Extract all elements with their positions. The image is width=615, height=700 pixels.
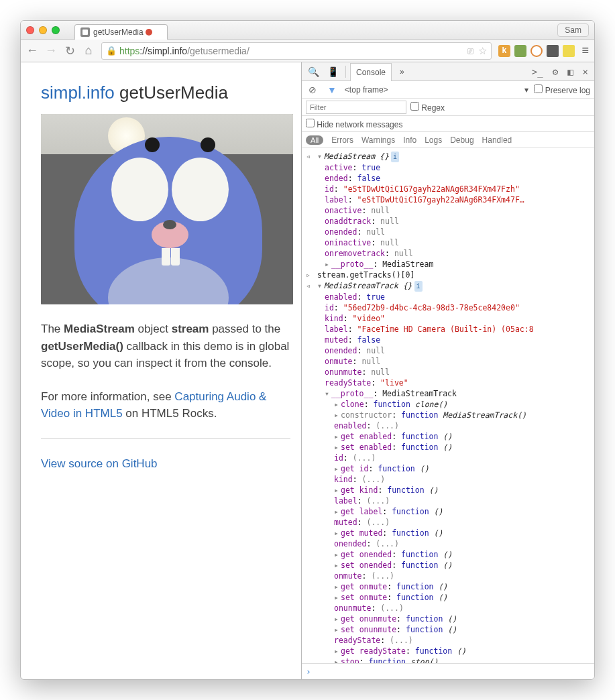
- track-header: MediaStreamTrack {}: [324, 281, 412, 290]
- level-errors[interactable]: Errors: [331, 135, 353, 145]
- profile-button[interactable]: Sam: [557, 23, 589, 37]
- view-source-link[interactable]: View source on GitHub: [41, 457, 158, 470]
- extension-circle-icon[interactable]: [530, 45, 543, 57]
- hide-network-checkbox[interactable]: [306, 119, 315, 127]
- back-button[interactable]: ←: [26, 44, 38, 58]
- description-para-2: For more information, see Capturing Audi…: [41, 388, 290, 422]
- recording-indicator-icon: [146, 29, 152, 36]
- url-host: ://simpl.info: [139, 46, 187, 56]
- maximize-window-icon[interactable]: [52, 26, 60, 34]
- close-window-icon[interactable]: [26, 26, 34, 34]
- close-devtools-icon[interactable]: ×: [580, 66, 591, 77]
- drawer-icon[interactable]: >_: [529, 66, 546, 77]
- forward-button[interactable]: →: [45, 44, 57, 58]
- url-path: /getusermedia/: [187, 46, 249, 56]
- video-preview: [41, 114, 293, 304]
- preserve-log-label: Preserve log: [534, 84, 590, 95]
- page-content: simpl.info getUserMedia The MediaStream …: [21, 62, 301, 679]
- preserve-log-checkbox[interactable]: [534, 84, 543, 93]
- bookmark-star-icon[interactable]: ☆: [478, 45, 487, 57]
- level-handled[interactable]: Handled: [482, 135, 512, 145]
- device-mode-icon[interactable]: 📱: [325, 66, 341, 77]
- titlebar: getUserMedia × Sam: [21, 21, 594, 40]
- hide-network-row: Hide network messages: [302, 116, 594, 132]
- dock-icon[interactable]: ◧: [565, 66, 575, 77]
- extension-evernote-icon[interactable]: [514, 45, 526, 57]
- console-output[interactable]: ◃ ▾MediaStream {}i active: true ended: f…: [302, 148, 594, 663]
- toolbar: ← → ↻ ⌂ 🔒 https ://simpl.info /getuserme…: [21, 40, 594, 62]
- lock-icon: 🔒: [106, 46, 117, 56]
- regex-label: Regex: [410, 102, 445, 113]
- console-prompt[interactable]: ›: [302, 663, 594, 679]
- info-badge-icon: i: [391, 152, 399, 162]
- description-para-1: The MediaStream object stream passed to …: [41, 320, 290, 372]
- page-title: simpl.info getUserMedia: [41, 82, 301, 103]
- mediastream-header: MediaStream {}: [324, 152, 389, 161]
- more-tabs[interactable]: »: [394, 63, 410, 80]
- browser-window: getUserMedia × Sam ← → ↻ ⌂ 🔒 https ://si…: [20, 20, 595, 680]
- home-button[interactable]: ⌂: [82, 44, 95, 58]
- address-bar[interactable]: 🔒 https ://simpl.info /getusermedia/ ⎚ ☆: [101, 42, 492, 60]
- tab-favicon-icon: [80, 27, 90, 37]
- devtools-toolbar: 🔍 📱 Console » >_ ⚙ ◧ ×: [302, 62, 594, 81]
- extension-yellow-icon[interactable]: [563, 45, 575, 57]
- camera-permission-icon[interactable]: ⎚: [467, 45, 473, 57]
- log-levels-bar: All Errors Warnings Info Logs Debug Hand…: [302, 132, 594, 148]
- url-protocol: https: [119, 46, 139, 56]
- devtools-panel: 🔍 📱 Console » >_ ⚙ ◧ × ⊘ ▼ <top frame> ▾…: [301, 62, 594, 679]
- filter-input[interactable]: [306, 101, 406, 114]
- tab-title: getUserMedia: [93, 27, 144, 37]
- frame-selector[interactable]: <top frame>: [345, 85, 519, 95]
- console-tab[interactable]: Console: [350, 63, 392, 81]
- hamburger-menu-icon[interactable]: ≡: [581, 44, 589, 58]
- level-debug[interactable]: Debug: [450, 135, 473, 145]
- extension-cast-icon[interactable]: [547, 45, 559, 57]
- extension-icons: [498, 45, 575, 57]
- level-warnings[interactable]: Warnings: [361, 135, 395, 145]
- gettracks-line: stream.getTracks()[0]: [317, 270, 414, 280]
- reload-button[interactable]: ↻: [64, 44, 76, 58]
- simpl-info-link[interactable]: simpl.info: [41, 82, 115, 103]
- inspect-icon[interactable]: 🔍: [305, 66, 322, 77]
- expand-icon[interactable]: ◃: [306, 151, 313, 162]
- divider: [41, 439, 290, 439]
- level-logs[interactable]: Logs: [425, 135, 442, 145]
- level-all[interactable]: All: [306, 135, 323, 145]
- filter-funnel-icon[interactable]: ▼: [325, 84, 339, 95]
- console-context-bar: ⊘ ▼ <top frame> ▾ Preserve log: [302, 81, 594, 99]
- regex-checkbox[interactable]: [410, 102, 419, 111]
- level-info[interactable]: Info: [403, 135, 416, 145]
- extension-k-icon[interactable]: [498, 45, 510, 57]
- clear-console-icon[interactable]: ⊘: [306, 84, 319, 95]
- filter-bar: Regex: [302, 99, 594, 116]
- browser-tab[interactable]: getUserMedia ×: [74, 24, 168, 40]
- window-controls: [26, 26, 60, 34]
- settings-gear-icon[interactable]: ⚙: [550, 66, 561, 77]
- frame-chevron-icon[interactable]: ▾: [524, 85, 528, 95]
- minimize-window-icon[interactable]: [39, 26, 47, 34]
